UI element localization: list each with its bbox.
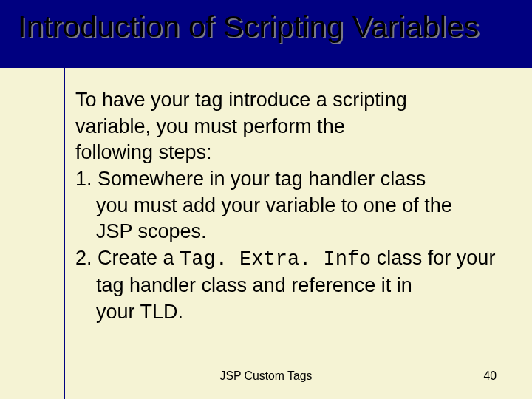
code-tag-extra-info: Tag. Extra. Info [180,248,371,270]
intro-line-2: variable, you must perform the [75,114,511,140]
intro-line-1: To have your tag introduce a scripting [75,87,511,114]
vertical-divider [64,68,65,399]
step-2-line-3: your TLD. [75,299,511,326]
step-1-line-1: 1. Somewhere in your tag handler class [75,166,511,193]
body-content: To have your tag introduce a scripting v… [75,87,511,326]
step-2-line-2: tag handler class and reference it in [75,273,511,299]
slide: Introduction of Scripting Variables Intr… [0,0,532,399]
page-number: 40 [483,369,497,383]
step-1-line-3: JSP scopes. [75,219,511,245]
step-1-line-2: you must add your variable to one of the [75,193,511,219]
step-2-suffix: class for your [371,247,495,269]
step-2-line-1: 2. Create a Tag. Extra. Info class for y… [75,245,511,273]
intro-line-3: following steps: [75,140,511,166]
footer-label: JSP Custom Tags [0,369,532,383]
slide-title: Introduction of Scripting Variables [18,9,517,44]
step-2-prefix: 2. Create a [75,247,180,269]
